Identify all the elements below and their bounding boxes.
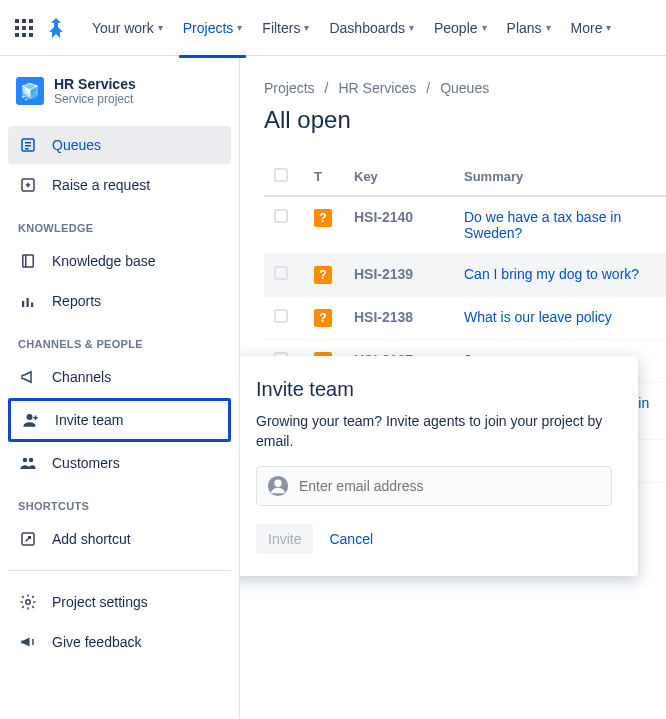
nav-label: Filters (262, 20, 300, 36)
sidebar-item-channels[interactable]: Channels (8, 358, 231, 396)
chevron-down-icon: ▾ (304, 22, 309, 33)
sidebar-item-reports[interactable]: Reports (8, 282, 231, 320)
breadcrumb: Projects / HR Services / Queues (264, 80, 666, 96)
sidebar-item-add-shortcut[interactable]: Add shortcut (8, 520, 231, 558)
issue-type-icon: ? (314, 209, 332, 227)
table-row[interactable]: ?HSI-2140Do we have a tax base in Sweden… (264, 196, 666, 254)
plus-box-icon (18, 176, 38, 194)
svg-rect-20 (31, 303, 33, 308)
nav-more[interactable]: More▾ (563, 14, 620, 42)
row-checkbox[interactable] (274, 209, 288, 223)
invite-team-dialog: Invite team Growing your team? Invite ag… (240, 356, 638, 576)
issue-summary[interactable]: Can I bring my dog to work? (454, 254, 666, 297)
sidebar-item-label: Channels (52, 369, 111, 385)
sidebar-item-give-feedback[interactable]: Give feedback (8, 623, 231, 661)
nav-label: Projects (183, 20, 234, 36)
issue-summary[interactable]: What is our leave policy (454, 297, 666, 340)
breadcrumb-link[interactable]: Projects (264, 80, 315, 96)
nav-projects[interactable]: Projects▾ (175, 14, 251, 42)
svg-rect-18 (22, 301, 24, 307)
col-type[interactable]: T (304, 158, 344, 196)
svg-rect-0 (15, 19, 19, 23)
svg-point-24 (23, 458, 28, 463)
svg-rect-6 (15, 33, 19, 37)
breadcrumb-link[interactable]: HR Services (338, 80, 416, 96)
bar-chart-icon (18, 292, 38, 310)
avatar-icon (267, 475, 289, 497)
nav-label: More (571, 20, 603, 36)
issue-summary[interactable]: Do we have a tax base in Sweden? (454, 196, 666, 254)
chevron-down-icon: ▾ (606, 22, 611, 33)
invite-button[interactable]: Invite (256, 524, 313, 554)
nav-label: Plans (507, 20, 542, 36)
book-icon (18, 252, 38, 270)
dialog-title: Invite team (256, 378, 612, 401)
svg-rect-2 (29, 19, 33, 23)
nav-people[interactable]: People▾ (426, 14, 495, 42)
row-checkbox[interactable] (274, 309, 288, 323)
nav-filters[interactable]: Filters▾ (254, 14, 317, 42)
svg-rect-16 (23, 255, 34, 267)
person-add-icon (21, 411, 41, 429)
svg-rect-3 (15, 26, 19, 30)
project-type: Service project (54, 92, 136, 106)
sidebar-item-label: Raise a request (52, 177, 150, 193)
app-switcher-icon[interactable] (12, 16, 36, 40)
section-channels-people: Channels & People (8, 322, 231, 356)
col-summary[interactable]: Summary (454, 158, 666, 196)
sidebar-item-label: Add shortcut (52, 531, 131, 547)
sidebar-item-invite-team[interactable]: Invite team (8, 398, 231, 442)
sidebar-item-customers[interactable]: Customers (8, 444, 231, 482)
email-input[interactable] (299, 478, 601, 494)
chevron-down-icon: ▾ (546, 22, 551, 33)
dialog-description: Growing your team? Invite agents to join… (256, 411, 612, 452)
issue-key[interactable]: HSI-2139 (344, 254, 454, 297)
chevron-down-icon: ▾ (158, 22, 163, 33)
svg-point-25 (29, 458, 34, 463)
sidebar-item-project-settings[interactable]: Project settings (8, 583, 231, 621)
jira-logo-icon[interactable] (44, 16, 68, 40)
svg-point-29 (274, 479, 281, 486)
issue-type-icon: ? (314, 266, 332, 284)
project-avatar-icon: 🧊 (16, 77, 44, 105)
bullhorn-icon (18, 633, 38, 651)
svg-point-21 (27, 414, 33, 420)
page-title: All open (264, 106, 666, 134)
breadcrumb-sep: / (325, 80, 329, 96)
svg-rect-5 (29, 26, 33, 30)
col-key[interactable]: Key (344, 158, 454, 196)
table-row[interactable]: ?HSI-2139Can I bring my dog to work? (264, 254, 666, 297)
svg-rect-8 (29, 33, 33, 37)
nav-dashboards[interactable]: Dashboards▾ (321, 14, 422, 42)
nav-your-work[interactable]: Your work▾ (84, 14, 171, 42)
main-content: Projects / HR Services / Queues All open… (240, 56, 666, 719)
table-row[interactable]: ?HSI-2138What is our leave policy (264, 297, 666, 340)
sidebar-item-label: Queues (52, 137, 101, 153)
row-checkbox[interactable] (274, 266, 288, 280)
issue-key[interactable]: HSI-2140 (344, 196, 454, 254)
email-input-wrapper[interactable] (256, 466, 612, 506)
chevron-down-icon: ▾ (482, 22, 487, 33)
sidebar-item-label: Reports (52, 293, 101, 309)
people-icon (18, 454, 38, 472)
svg-rect-7 (22, 33, 26, 37)
sidebar-item-queues[interactable]: Queues (8, 126, 231, 164)
chevron-down-icon: ▾ (237, 22, 242, 33)
sidebar-item-raise-request[interactable]: Raise a request (8, 166, 231, 204)
select-all-checkbox[interactable] (274, 168, 288, 182)
nav-plans[interactable]: Plans▾ (499, 14, 559, 42)
gear-icon (18, 593, 38, 611)
section-shortcuts: Shortcuts (8, 484, 231, 518)
issue-key[interactable]: HSI-2138 (344, 297, 454, 340)
queues-icon (18, 136, 38, 154)
sidebar-item-label: Project settings (52, 594, 148, 610)
project-header: 🧊 HR Services Service project (8, 76, 231, 124)
sidebar-item-label: Invite team (55, 412, 123, 428)
sidebar-item-label: Knowledge base (52, 253, 156, 269)
cancel-button[interactable]: Cancel (329, 531, 373, 547)
section-knowledge: Knowledge (8, 206, 231, 240)
breadcrumb-link[interactable]: Queues (440, 80, 489, 96)
breadcrumb-sep: / (426, 80, 430, 96)
sidebar-item-knowledge-base[interactable]: Knowledge base (8, 242, 231, 280)
divider (8, 570, 231, 571)
